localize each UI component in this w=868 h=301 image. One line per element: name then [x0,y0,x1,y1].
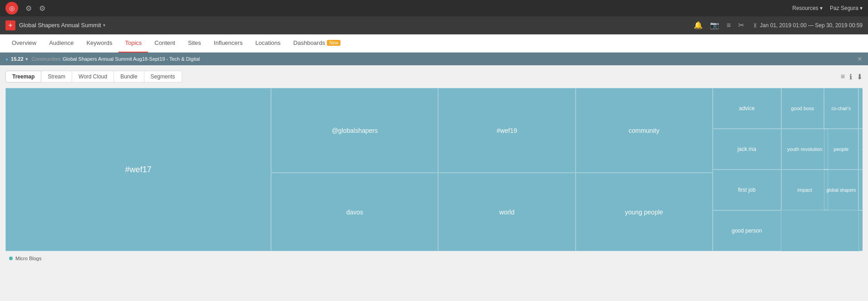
treemap-cell-community[interactable]: community [576,88,713,173]
tab-dashboards[interactable]: Dashboards New [287,34,347,53]
subtab-stream[interactable]: Stream [41,71,72,83]
project-bar: + Global Shapers Annual Summit ▾ 🔔 📷 ≡ ✂… [0,16,868,34]
legend-label: Micro Blogs [15,256,41,261]
tab-audience[interactable]: Audience [43,34,80,53]
sub-tab-actions: ≡ ℹ ⬇ [841,73,863,81]
breadcrumb-dot: ● [5,57,8,62]
list-icon[interactable]: ≡ [726,21,730,29]
treemap-cell-advice[interactable]: advice [713,88,781,129]
project-bar-left: + Global Shapers Annual Summit ▾ [5,20,694,30]
treemap-cell-wef19[interactable]: #wef19 [438,88,575,173]
share-icon[interactable]: 📷 [710,21,719,29]
legend: Micro Blogs [5,254,863,263]
treemap-cell-wef17[interactable]: #wef17 [5,88,271,251]
breadcrumb-bar: ● 15.22 ▾ Communities Global Shapers Ann… [0,53,868,65]
date-range[interactable]: ⊻ Jan 01, 2019 01:00 — Sep 30, 2019 00:5… [753,22,863,29]
treemap-cell-hub[interactable]: hub [858,170,863,210]
app-icon[interactable]: ◎ [5,2,18,15]
treemap-cell-world[interactable]: world [438,173,575,251]
tab-keywords[interactable]: Keywords [80,34,118,53]
settings-icon-1[interactable]: ⚙ [25,4,32,13]
breadcrumb-close-button[interactable]: ✕ [857,55,863,63]
content-area: Treemap Stream Word Cloud Bundle Segment… [0,65,868,268]
treemap-cell-people[interactable]: people [824,129,858,170]
sub-tabs-row: Treemap Stream Word Cloud Bundle Segment… [5,71,863,83]
project-name[interactable]: Global Shapers Annual Summit ▾ [19,22,105,29]
treemap-cell-globalshapers[interactable]: @globalshapers [271,88,438,173]
user-menu[interactable]: Paz Segura ▾ [830,5,863,11]
top-bar-left: ◎ ⚙ ⚙ [5,2,45,15]
nav-tabs: Overview Audience Keywords Topics Conten… [0,34,868,53]
treemap-cell-refugee-ca[interactable]: refugee ca [858,88,863,129]
tab-influencers[interactable]: Influencers [207,34,249,53]
treemap-cell-good-person[interactable]: good person [713,210,781,251]
top-bar-right: Resources ▾ Paz Segura ▾ [792,5,863,11]
treemap-container: #wef17 @globalshapers davos #wef19 world… [5,88,863,251]
tab-sites[interactable]: Sites [182,34,207,53]
subtab-segments[interactable]: Segments [144,71,182,83]
treemap-cell-youth-revolution[interactable]: youth revolution [781,129,829,170]
treemap-cell-impact[interactable]: impact [781,170,829,210]
treemap-cell-global-shapers[interactable]: global shapers [824,170,858,210]
subtab-treemap[interactable]: Treemap [5,71,41,83]
breadcrumb-community-name[interactable]: Global Shapers Annual Summit Aug18-Sept1… [63,56,200,62]
project-bar-icons: 🔔 📷 ≡ ✂ [694,21,744,29]
breadcrumb-score: 15.22 [11,56,24,62]
treemap-cell-co-chairs[interactable]: co-chair's [824,88,858,129]
list-view-icon[interactable]: ≡ [841,73,845,81]
subtab-bundle[interactable]: Bundle [114,71,144,83]
treemap-cell-work[interactable]: work [858,210,863,251]
treemap-cell-davos[interactable]: davos [271,173,438,251]
tab-locations[interactable]: Locations [249,34,287,53]
breadcrumb-community-label: Communities [32,56,61,62]
treemap-cell-young-people[interactable]: young people [576,173,713,251]
tools-icon[interactable]: ✂ [738,21,744,29]
notifications-icon[interactable]: 🔔 [694,21,703,29]
project-chevron-icon: ▾ [103,23,105,28]
treemap-cell-first-job[interactable]: first job [713,170,781,210]
treemap-cell-jack-ma[interactable]: jack ma [713,129,781,170]
download-icon[interactable]: ⬇ [857,73,863,81]
new-badge: New [327,40,340,46]
treemap-cell-good-boss[interactable]: good boss [781,88,824,129]
info-icon[interactable]: ℹ [849,73,852,81]
treemap-cell-annual-summit[interactable]: annual summit [858,129,863,170]
tab-overview[interactable]: Overview [5,34,43,53]
resources-menu[interactable]: Resources ▾ [792,5,823,11]
add-project-button[interactable]: + [5,20,15,30]
filter-icon: ⊻ [753,22,757,29]
top-bar: ◎ ⚙ ⚙ Resources ▾ Paz Segura ▾ [0,0,868,16]
legend-dot [9,257,13,260]
settings-icon-2[interactable]: ⚙ [39,4,45,13]
tab-content[interactable]: Content [148,34,182,53]
tab-topics[interactable]: Topics [118,34,148,53]
subtab-wordcloud[interactable]: Word Cloud [72,71,114,83]
